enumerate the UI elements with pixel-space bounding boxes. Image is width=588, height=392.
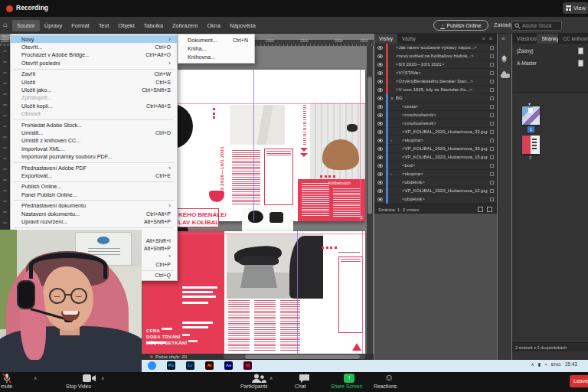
share-screen-label[interactable]: Share Screen [331,384,363,389]
layer-row[interactable]: <VÝSTAVa> [374,69,497,77]
file-menu-item[interactable]: Procházet v Adobe Bridge... Ctrl+Alt+O [11,51,177,59]
layer-row[interactable]: › <skupina> [374,170,497,178]
page-1-number[interactable]: 1 [528,126,534,132]
layer-name[interactable]: <obdélník> [396,180,488,185]
layer-row[interactable]: <cesta> [374,103,497,111]
selection-box[interactable] [490,63,494,67]
file-menu-item[interactable]: Importovat XML... [11,145,177,152]
visibility-eye-icon[interactable] [377,130,383,134]
menubar-menu[interactable]: Zobrazení [168,20,202,31]
master-none-row[interactable]: [Žádný] [512,46,588,56]
visibility-eye-icon[interactable] [377,113,383,117]
layer-name[interactable]: <VP_KOLIBAL_2020_Hudacinova_15.jpg> [396,155,488,159]
layer-name[interactable]: <mnohoúhelník> [396,113,488,117]
menubar-menu[interactable]: Úpravy [40,20,67,31]
taskbar-app-icon[interactable]: Ai [205,361,214,370]
tab-vazby[interactable]: Vazby [397,34,420,44]
page-2-thumbnail[interactable] [522,136,540,154]
home-icon[interactable]: ⌂ [3,20,8,28]
file-menu-item[interactable]: Nový [11,35,177,43]
layer-name[interactable]: <mnohoúhelník> [396,121,488,126]
file-menu-item[interactable]: Umístit... Ctrl+D [11,129,177,136]
muted-mic-icon[interactable] [2,373,12,384]
file-menu-item[interactable]: Uložit Ctrl+S [11,78,177,86]
layer-name[interactable]: <6/3 2020—10/1 2021> [396,62,488,67]
file-menu-item[interactable]: Otevřít... Ctrl+O [11,43,177,51]
visibility-eye-icon[interactable] [377,63,383,67]
layer-row[interactable]: <obdélník> [374,178,497,187]
selection-box[interactable] [490,122,494,126]
mute-label[interactable]: mute [1,384,12,389]
selection-box[interactable] [490,96,494,100]
file-menu-item[interactable]: Umístit z knihoven CC... [11,137,177,145]
taskbar-app-icon[interactable]: Id [243,361,252,370]
layer-row[interactable]: <VP_KOLIBAL_2020_Hudacinova_15.jpg> [374,153,497,162]
delete-layer-icon[interactable] [487,207,492,212]
visibility-eye-icon[interactable] [377,189,383,193]
layer-name[interactable]: <obdélník> [396,197,488,201]
page-2-number[interactable]: 2 [529,155,531,160]
layers-dock-icon[interactable]: ◆ [501,54,507,61]
clock[interactable]: 15:43 [565,361,577,367]
file-menu-item[interactable]: Uložit kopii... Ctrl+Alt+S [11,102,177,109]
chat-label[interactable]: Chat [295,384,305,389]
system-tray[interactable]: ∧ ▮ ⌁ ENG 15:43 [531,361,577,367]
view-button[interactable]: View [563,2,588,14]
selection-box[interactable] [490,130,494,134]
mic-caret-icon[interactable]: ∧ [34,375,37,381]
tray-chevron-icon[interactable]: ∧ [531,361,534,367]
layer-name[interactable]: <Jak název současné výstavy napov...> [396,45,488,50]
master-a-row[interactable]: A-Master [512,58,588,68]
visibility-eye-icon[interactable] [377,198,383,201]
leave-button[interactable]: Leave [570,375,588,387]
menubar-menu[interactable]: Formát [67,20,93,31]
cc-libraries-icon[interactable] [501,74,510,78]
layer-row[interactable]: <mnohoúhelník> [374,111,497,119]
visibility-eye-icon[interactable] [377,139,383,142]
visibility-eye-icon[interactable] [377,80,383,83]
visibility-eye-icon[interactable] [377,54,383,58]
submenu-item-library[interactable]: Knihovna... [178,53,254,61]
tab-vrstvy[interactable]: Vrstvy [374,34,397,44]
new-layer-icon[interactable] [478,207,483,212]
taskbar-app-icon[interactable] [148,361,156,370]
chat-icon[interactable] [299,374,310,384]
panel-menu-icons[interactable]: » ≡ [482,34,497,44]
file-menu-item[interactable]: Obnovit [11,110,177,118]
participants-label[interactable]: Participants [240,384,268,389]
preflight-status[interactable]: Počet chyb: 20 [155,354,187,359]
file-menu-item[interactable]: Prohledat Adobe Stock... [11,121,177,129]
search-input[interactable]: Adobe Stock [511,21,562,31]
expand-caret-icon[interactable]: › [390,172,396,176]
visibility-eye-icon[interactable] [377,181,383,185]
tab-stranky[interactable]: Stránky [537,34,558,44]
menubar-menu[interactable]: Tabulka [139,20,168,31]
selection-box[interactable] [490,80,494,83]
participants-icon[interactable] [251,374,266,384]
menubar-menu[interactable]: Nápověda [225,20,260,31]
file-menu-item[interactable]: Nastavení dokumentu... Ctrl+Alt+P [11,210,177,217]
visibility-eye-icon[interactable] [377,46,383,50]
menubar-menu[interactable]: Okna [202,20,225,31]
layer-row[interactable]: <VP_KOLIBAL_2020_Hudacinova_33.jpg> [374,128,497,136]
selection-box[interactable] [490,172,494,176]
participants-caret-icon[interactable]: ∧ [270,375,273,381]
layer-name[interactable]: <OzvěnyBenátského bienále/ Stan...> [396,79,488,83]
layer-row[interactable]: <OzvěnyBenátského bienále/ Stan...> [374,77,497,86]
file-menu-item[interactable]: Uložit jako... Ctrl+Shift+S [11,86,177,93]
menubar-menu[interactable]: Objekt [113,20,139,31]
layer-name[interactable]: <V roce 1925, kdy se Stanislav Ko...> [396,87,488,92]
file-menu-item[interactable]: Publish Online... [11,183,177,191]
selection-box[interactable] [490,71,494,75]
publish-online-button[interactable]: ↑Publish Online [433,20,488,31]
visibility-eye-icon[interactable] [377,105,383,109]
visibility-eye-icon[interactable] [377,147,383,151]
stop-video-label[interactable]: Stop Video [66,384,91,389]
camera-icon[interactable] [83,374,96,383]
layer-row[interactable]: <VP_KOLIBAL_2020_Hudacinova_39.jpg> [374,145,497,153]
file-menu-item[interactable]: Zpřístupnit... [11,94,177,102]
layer-row[interactable]: <mnohoúhelník> [374,119,497,128]
tab-cc-knihovny[interactable]: CC knihovny [558,34,588,44]
file-menu-item[interactable]: Importovat poznámky souboru PDF... [11,152,177,160]
layer-name[interactable]: BG [396,96,488,100]
